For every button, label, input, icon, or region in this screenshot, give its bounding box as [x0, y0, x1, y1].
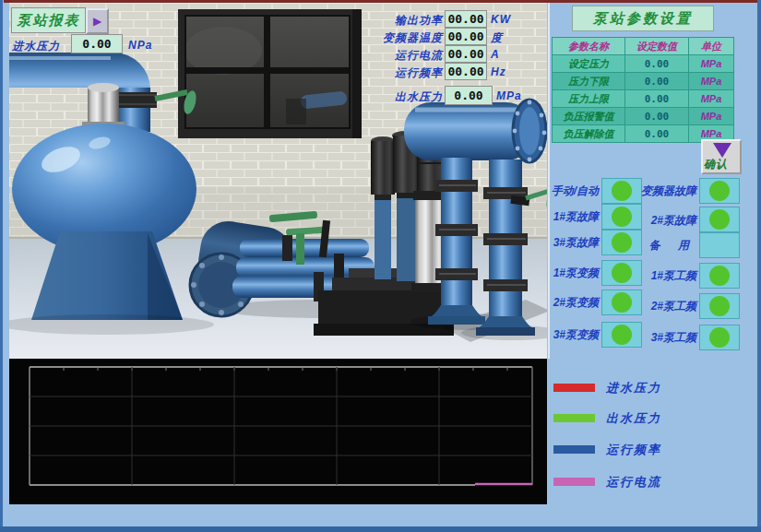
output-power-unit: KW — [491, 13, 511, 26]
legend-swatch-run-frequency — [553, 445, 595, 454]
indicator-lamp-pump2-fault — [699, 207, 740, 232]
legend-swatch-outlet-pressure — [553, 414, 595, 422]
indicator-label-pump3-vfd: 3#泵变频 — [553, 327, 599, 343]
indicator-label-pump1-vfd: 1#泵变频 — [553, 266, 599, 281]
outlet-pressure-unit: MPa — [496, 89, 522, 102]
parameter-table: 参数名称 设定数值 单位 设定压力 0.00 MPa 压力下限 0.00 MPa… — [552, 37, 734, 143]
indicator-label-pump1-mains: 1#泵工频 — [651, 268, 696, 284]
inverter-temp-unit: 度 — [491, 30, 503, 46]
table-row: 设定压力 0.00 MPa — [553, 55, 734, 73]
window — [178, 9, 362, 138]
output-power-value: 00.00 — [445, 10, 487, 28]
indicator-lamp-pump1-vfd — [601, 260, 642, 286]
inlet-pressure-unit: NPa — [128, 39, 152, 52]
indicator-label-pump2-fault: 2#泵故障 — [651, 213, 696, 229]
trend-chart-grid — [9, 359, 547, 504]
report-play-icon[interactable]: ▶ — [86, 8, 109, 34]
top-border-line — [4, 0, 757, 3]
indicator-lamp-pump3-mains — [699, 325, 740, 350]
indicator-label-pump2-mains: 2#泵工频 — [651, 299, 696, 314]
indicator-lamp-spare — [699, 232, 740, 258]
run-current-unit: A — [491, 48, 500, 61]
indicator-label-spare: 备 用 — [649, 238, 696, 254]
table-row: 压力下限 0.00 MPa — [553, 73, 734, 90]
settings-panel-title: 泵站参数设置 — [572, 6, 714, 31]
right-border — [757, 0, 761, 532]
run-frequency-label: 运行频率 — [351, 65, 443, 81]
inlet-pressure-value: 0.00 — [71, 34, 123, 53]
indicator-lamp-manual-auto — [601, 178, 642, 204]
panel-divider — [548, 3, 550, 359]
indicator-lamp-pump1-mains — [699, 263, 740, 289]
confirm-button[interactable]: 确认 — [701, 139, 742, 174]
neg-pressure-release-input[interactable]: 0.00 — [625, 125, 689, 143]
indicator-lamp-pump2-vfd — [601, 290, 642, 315]
outlet-pressure-label: 出水压力 — [351, 89, 443, 105]
indicator-label-pump3-fault: 3#泵故障 — [553, 235, 599, 251]
legend-label-outlet-pressure: 出水压力 — [606, 410, 661, 427]
legend-label-run-current: 运行电流 — [606, 474, 661, 491]
pump-station-hmi: 泵站报表 ▶ 进水压力 0.00 NPa 输出功率 00.00 KW 变频器温度… — [0, 0, 761, 532]
indicator-lamp-pump3-fault — [601, 230, 642, 255]
outlet-pressure-value: 0.00 — [445, 86, 493, 105]
indicator-lamp-pump2-mains — [699, 293, 740, 319]
legend-swatch-run-current — [553, 478, 595, 486]
run-frequency-value: 00.00 — [445, 63, 487, 80]
run-frequency-unit: Hz — [491, 65, 506, 78]
indicator-lamp-pump3-vfd — [601, 322, 642, 348]
indicator-lamp-pump1-fault — [601, 204, 642, 230]
indicator-lamp-inverter-fault — [699, 178, 740, 204]
indicator-label-pump1-fault: 1#泵故障 — [553, 209, 599, 225]
neg-pressure-alarm-input[interactable]: 0.00 — [625, 108, 689, 125]
trend-chart — [9, 359, 547, 504]
left-border — [0, 0, 3, 532]
col-header-name: 参数名称 — [553, 38, 625, 55]
legend-label-run-frequency: 运行频率 — [606, 442, 661, 458]
output-power-label: 输出功率 — [351, 13, 443, 29]
inlet-pressure-label: 进水压力 — [12, 39, 60, 54]
pressure-low-input[interactable]: 0.00 — [625, 73, 689, 90]
indicator-label-manual-auto: 手动/自动 — [552, 183, 599, 199]
run-current-label: 运行电流 — [351, 48, 443, 64]
indicator-label-pump3-mains: 3#泵工频 — [651, 330, 696, 346]
set-pressure-input[interactable]: 0.00 — [625, 55, 689, 73]
table-row: 负压报警值 0.00 MPa — [553, 108, 734, 125]
indicator-label-pump2-vfd: 2#泵变频 — [553, 295, 599, 311]
run-current-value: 00.00 — [445, 45, 487, 63]
table-row: 压力上限 0.00 MPa — [553, 90, 734, 108]
confirm-down-arrow-icon — [713, 143, 731, 158]
legend-swatch-inlet-pressure — [553, 384, 595, 392]
col-header-value: 设定数值 — [625, 38, 689, 55]
inverter-temp-value: 00.00 — [445, 28, 487, 45]
report-button[interactable]: 泵站报表 — [11, 7, 86, 33]
indicator-label-inverter-fault: 变频器故障 — [641, 183, 696, 199]
col-header-unit: 单位 — [689, 38, 734, 55]
legend-label-inlet-pressure: 进水压力 — [606, 380, 661, 396]
pressure-high-input[interactable]: 0.00 — [625, 90, 689, 108]
inverter-temp-label: 变频器温度 — [351, 30, 443, 46]
bottom-border — [0, 526, 761, 532]
